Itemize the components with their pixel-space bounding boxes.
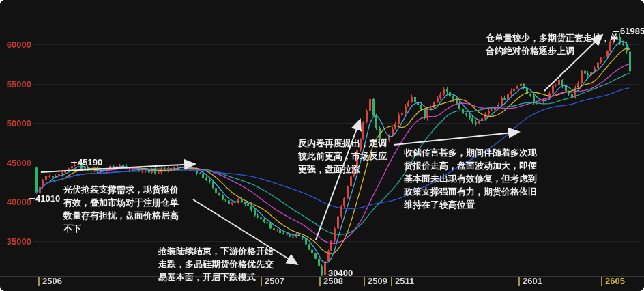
tick-mark [364, 277, 365, 286]
tick-dash [613, 31, 619, 32]
x-axis-tick-2506: 2506 [38, 275, 62, 287]
annotation-downtrend: 抢装陆续结束，下游价格开始 走跌，多晶硅期货价格优先交 易基本面，开启下跌模式 [158, 245, 274, 283]
annotation-warehouse-receipts: 仓单量较少，多期货正套走扩，单 合约绝对价格逐步上调 [486, 31, 619, 57]
annotation-anti-involution: 反内卷再度提出，定调 较此前更高，市场反应 更强，盘面拉涨 [298, 137, 387, 176]
price-label-high-45190: 45190 [71, 157, 102, 167]
tick-mark [518, 277, 520, 286]
y-axis-label: 45000 [7, 157, 31, 167]
annotation-pv-demand: 光伏抢装支撑需求，现货挺价 有效，叠加市场对于注册仓单 数量存有担忧，盘面价格居… [63, 183, 179, 235]
tick-mark [601, 277, 602, 286]
y-axis-label: 50000 [7, 118, 31, 128]
y-axis-label: 40000 [7, 197, 31, 207]
tick-mark [391, 277, 392, 286]
y-axis-label: 60000 [7, 40, 31, 50]
x-axis-tick-2509: 2509 [364, 275, 387, 287]
y-axis-label: 35000 [7, 236, 31, 247]
price-label-low-41010: 41010 [29, 193, 60, 204]
x-axis-tick-2605: 2605 [601, 275, 625, 287]
annotation-stockpiling: 收储传言甚多，期间伴随着多次现 货报价走高，盘面波动加大，即便 基本面未出现有效… [404, 146, 537, 211]
tick-dash [71, 162, 77, 163]
price-label-high-61985: 61985 [613, 26, 644, 36]
y-axis-label: 55000 [7, 79, 31, 89]
x-axis-tick-2511: 2511 [391, 275, 414, 287]
price-label-low-30400: 30400 [328, 268, 353, 278]
x-axis: 2506250725082509251126012605 [0, 275, 644, 290]
tick-mark [38, 277, 40, 286]
tick-dash [29, 198, 35, 199]
x-axis-tick-2601: 2601 [518, 275, 542, 287]
chart-window: 日线 多晶硅主连 MA MA5:58748.00↓MA10:59232.50↓M… [0, 0, 644, 291]
tick-mark [319, 277, 321, 286]
